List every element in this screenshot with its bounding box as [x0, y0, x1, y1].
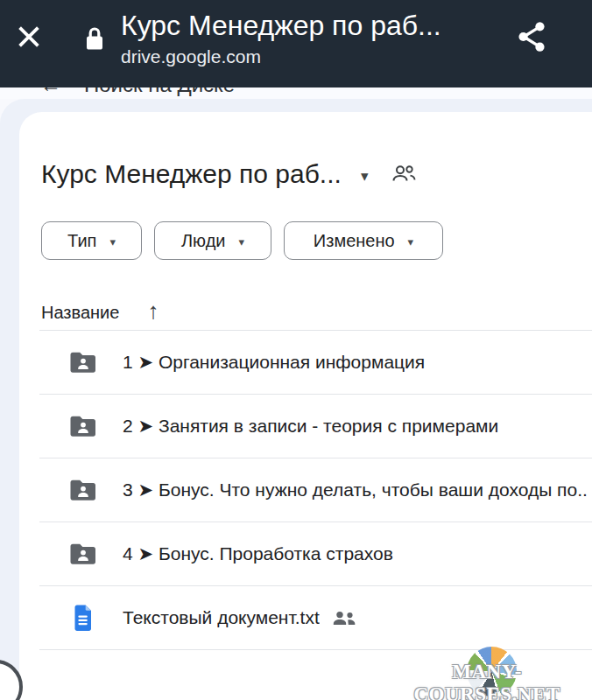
drive-card: Курс Менеджер по раб... ▾	[19, 112, 592, 700]
browser-page-title: Курс Менеджер по раб...	[121, 8, 497, 43]
shared-folder-icon	[68, 348, 96, 376]
chevron-down-icon: ▾	[239, 235, 245, 248]
search-placeholder: Поиск на Диске	[84, 88, 235, 96]
list-item-folder-4[interactable]: 4 ➤ Бонус. Проработка страхов	[19, 522, 592, 585]
file-list: 1 ➤ Организационная информация 2 ➤ Занят…	[19, 330, 592, 650]
screen: Курс Менеджер по раб... drive.google.com…	[0, 0, 592, 700]
chevron-down-icon: ▾	[408, 235, 414, 248]
chip-label: Тип	[67, 231, 96, 251]
item-name: 1 ➤ Организационная информация	[123, 352, 425, 373]
watermark-text: MANY-COURSES.NET	[385, 661, 588, 700]
drive-sheet: Курс Менеджер по раб... ▾	[0, 99, 592, 700]
close-button[interactable]	[12, 22, 46, 55]
sort-label: Название	[41, 303, 119, 323]
share-icon	[514, 19, 549, 58]
people-outline-icon	[391, 164, 417, 187]
folder-title-row: Курс Менеджер по раб... ▾	[41, 156, 575, 192]
item-name: 3 ➤ Бонус. Что нужно делать, чтобы ваши …	[123, 480, 588, 500]
list-item-folder-2[interactable]: 2 ➤ Занятия в записи - теория с примерам…	[19, 395, 592, 458]
chip-label: Люди	[181, 231, 226, 251]
list-item-folder-3[interactable]: 3 ➤ Бонус. Что нужно делать, чтобы ваши …	[19, 458, 592, 522]
list-item-text-document[interactable]: Текстовый документ.txt	[19, 586, 592, 649]
back-arrow-icon: ←	[40, 88, 61, 96]
filter-chip-type[interactable]: Тип ▾	[41, 221, 142, 260]
sort-header[interactable]: Название ↑	[41, 298, 159, 327]
lock-icon[interactable]	[84, 25, 105, 52]
browser-header: Курс Менеджер по раб... drive.google.com	[0, 0, 592, 88]
shared-folder-icon	[68, 412, 96, 440]
filter-chips: Тип ▾ Люди ▾ Изменено ▾	[41, 221, 443, 260]
text-document-icon	[68, 604, 96, 632]
sort-ascending-icon: ↑	[147, 298, 159, 325]
close-icon	[14, 22, 44, 55]
search-bar-clipped[interactable]: ←Поиск на Диске	[0, 88, 592, 99]
page-title-block: Курс Менеджер по раб... drive.google.com	[121, 8, 497, 69]
filter-chip-modified[interactable]: Изменено ▾	[284, 221, 443, 260]
folder-title[interactable]: Курс Менеджер по раб...	[41, 159, 342, 189]
item-name: Текстовый документ.txt	[123, 607, 320, 628]
browser-url: drive.google.com	[121, 45, 497, 69]
search-bar-text: ←Поиск на Диске	[40, 88, 235, 97]
folder-title-caret-icon[interactable]: ▾	[361, 167, 369, 186]
share-button[interactable]	[511, 18, 552, 59]
chip-label: Изменено	[314, 231, 395, 251]
filter-chip-people[interactable]: Люди ▾	[154, 221, 271, 260]
watermark: MANY-COURSES.NET	[385, 646, 588, 698]
manage-members-button[interactable]	[391, 164, 417, 187]
shared-people-icon	[332, 610, 356, 626]
shared-folder-icon	[68, 476, 96, 504]
shared-folder-icon	[68, 540, 96, 568]
item-name: 4 ➤ Бонус. Проработка страхов	[123, 543, 393, 564]
list-item-folder-1[interactable]: 1 ➤ Организационная информация	[19, 331, 592, 394]
chevron-down-icon: ▾	[109, 235, 116, 248]
item-name: 2 ➤ Занятия в записи - теория с примерам…	[123, 416, 498, 437]
